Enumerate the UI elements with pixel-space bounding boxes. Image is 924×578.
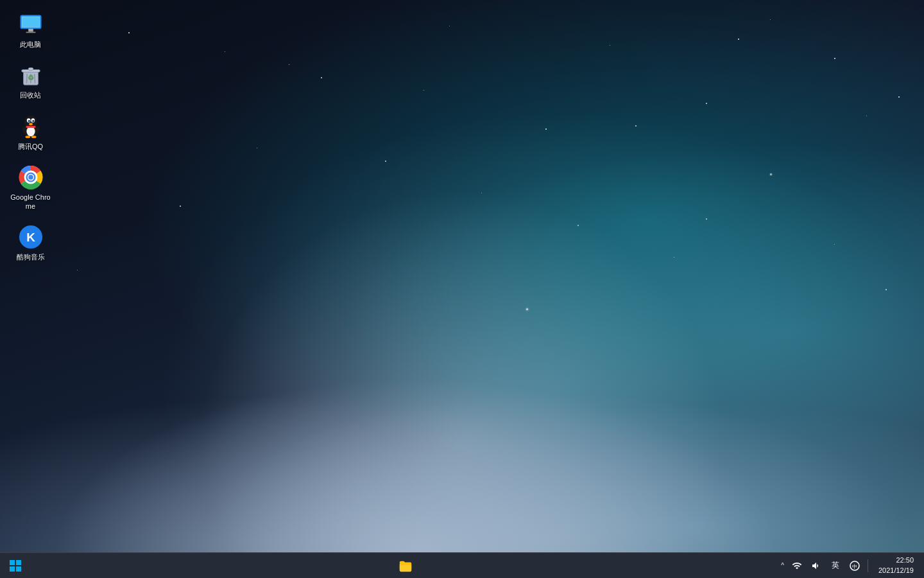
volume-tray-icon[interactable] xyxy=(809,554,824,577)
desktop-icon-recycle-bin-label: 回收站 xyxy=(20,91,41,100)
kuwo-icon: K xyxy=(18,224,44,250)
svg-rect-36 xyxy=(10,566,15,572)
network-tray-icon[interactable] xyxy=(789,554,805,577)
desktop-icon-recycle-bin[interactable]: ♻ 回收站 xyxy=(6,57,55,105)
clock-time: 22:50 xyxy=(896,556,914,565)
qq-icon xyxy=(18,114,44,139)
desktop-icons: 此电脑 ♻ 回收站 xyxy=(6,6,55,270)
svg-point-13 xyxy=(26,127,35,136)
taskbar: ^ 英 中 22:50 2021/12/19 xyxy=(0,552,924,578)
svg-rect-2 xyxy=(22,17,39,27)
desktop: 此电脑 ♻ 回收站 xyxy=(0,0,924,552)
taskbar-pinned-items xyxy=(31,553,780,579)
desktop-icon-qq[interactable]: 腾讯QQ xyxy=(6,109,55,156)
system-clock[interactable]: 22:50 2021/12/19 xyxy=(873,553,919,578)
svg-point-21 xyxy=(29,123,33,125)
desktop-icon-kuwo[interactable]: K 酷狗音乐 xyxy=(6,219,55,267)
svg-text:中: 中 xyxy=(852,564,857,570)
svg-rect-7 xyxy=(28,68,33,71)
show-hidden-icons-button[interactable]: ^ xyxy=(780,562,785,569)
svg-line-10 xyxy=(34,74,35,83)
svg-rect-4 xyxy=(26,31,35,33)
svg-text:♻: ♻ xyxy=(28,74,34,82)
svg-point-20 xyxy=(33,120,33,121)
svg-point-14 xyxy=(24,115,37,127)
svg-rect-35 xyxy=(16,560,21,565)
svg-rect-34 xyxy=(10,560,15,565)
clock-date: 2021/12/19 xyxy=(878,566,914,575)
svg-point-18 xyxy=(32,119,34,121)
svg-point-22 xyxy=(25,136,30,138)
taskbar-file-explorer[interactable] xyxy=(393,553,418,579)
desktop-icon-kuwo-label: 酷狗音乐 xyxy=(17,252,45,261)
tray-divider xyxy=(868,559,868,572)
ime-lang-label: 英 xyxy=(832,560,839,571)
ime-language-icon[interactable]: 英 xyxy=(828,554,843,577)
taskbar-system-tray: ^ 英 中 22:50 2021/12/19 xyxy=(780,553,924,578)
svg-point-17 xyxy=(28,119,30,121)
svg-rect-26 xyxy=(26,126,35,128)
desktop-icon-this-pc[interactable]: 此电脑 xyxy=(6,6,55,54)
svg-point-31 xyxy=(28,175,33,180)
svg-rect-3 xyxy=(28,29,33,32)
svg-point-19 xyxy=(28,120,29,121)
desktop-icon-chrome-label: Google Chrome xyxy=(9,193,52,211)
svg-point-23 xyxy=(31,136,36,138)
ime-mode-icon[interactable]: 中 xyxy=(847,554,862,577)
svg-text:K: K xyxy=(26,231,35,244)
desktop-icon-qq-label: 腾讯QQ xyxy=(18,142,43,151)
desktop-icon-chrome[interactable]: Google Chrome xyxy=(6,159,55,216)
chrome-icon xyxy=(18,164,44,190)
start-button[interactable] xyxy=(0,553,31,579)
recycle-bin-icon: ♻ xyxy=(18,62,44,88)
desktop-icon-this-pc-label: 此电脑 xyxy=(20,40,41,49)
svg-rect-37 xyxy=(16,566,21,572)
computer-icon xyxy=(18,12,44,37)
